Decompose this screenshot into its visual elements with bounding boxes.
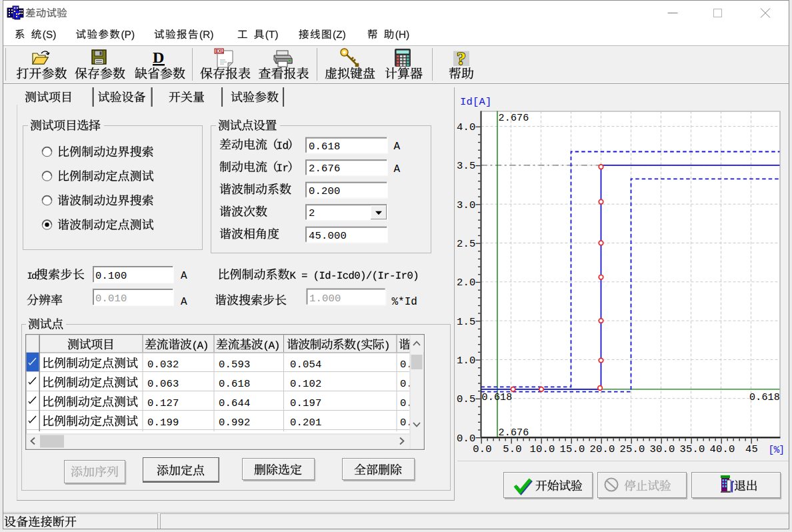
svg-text:0.199: 0.199 [147,417,179,429]
svg-text:45.000: 45.000 [309,230,347,242]
svg-text:%*Id: %*Id [392,296,417,308]
svg-text:35.0: 35.0 [679,443,705,455]
svg-text:2.0: 2.0 [457,277,476,289]
svg-text:A: A [181,296,187,308]
svg-text:1.5: 1.5 [457,316,476,328]
svg-text:10.0: 10.0 [529,443,555,455]
svg-text:0.618: 0.618 [749,392,780,403]
svg-text:2.676: 2.676 [499,427,529,439]
svg-text:?: ? [457,48,466,69]
svg-text:1.0: 1.0 [457,355,476,367]
svg-text:4.0: 4.0 [457,121,476,133]
svg-text:0.618: 0.618 [309,141,341,153]
svg-text:0.0: 0.0 [473,443,492,455]
svg-text:0.054: 0.054 [290,359,322,371]
svg-text:20.0: 20.0 [589,443,615,455]
svg-text:0.127: 0.127 [147,397,179,409]
svg-text:15.0: 15.0 [559,443,585,455]
svg-text:0.100: 0.100 [95,270,127,282]
svg-text:EXL: EXL [215,49,224,53]
svg-text:45: 45 [745,443,758,455]
svg-text:2: 2 [309,207,315,219]
svg-text:Id[A]: Id[A] [460,96,492,108]
svg-text:D: D [153,49,164,66]
svg-text:25.0: 25.0 [619,443,645,455]
svg-text:5.0: 5.0 [503,443,522,455]
svg-text:3.5: 3.5 [457,160,476,172]
svg-text:[%]: [%] [769,445,785,455]
svg-text:1.000: 1.000 [309,293,341,305]
svg-text:0.618: 0.618 [482,392,513,403]
svg-text:40.0: 40.0 [709,443,735,455]
svg-text:30.0: 30.0 [649,443,675,455]
svg-text:3.0: 3.0 [457,199,476,211]
svg-text:0.644: 0.644 [219,397,251,409]
svg-text:0.992: 0.992 [219,417,251,429]
svg-text:2.5: 2.5 [457,238,476,250]
svg-text:A: A [394,141,401,153]
svg-text:A: A [181,270,187,282]
svg-text:0.200: 0.200 [309,185,341,197]
svg-text:0.618: 0.618 [219,378,251,390]
svg-text:0.010: 0.010 [95,293,127,305]
svg-text:0.197: 0.197 [290,397,322,409]
svg-text:0.593: 0.593 [219,359,251,371]
svg-text:2.676: 2.676 [499,113,529,124]
svg-text:0.032: 0.032 [147,359,179,371]
svg-text:0.201: 0.201 [290,417,322,429]
svg-text:A: A [394,163,401,175]
svg-text:0.102: 0.102 [290,378,322,390]
svg-text:0.063: 0.063 [147,378,179,390]
svg-text:2.676: 2.676 [309,163,341,175]
svg-text:0.5: 0.5 [457,393,476,405]
